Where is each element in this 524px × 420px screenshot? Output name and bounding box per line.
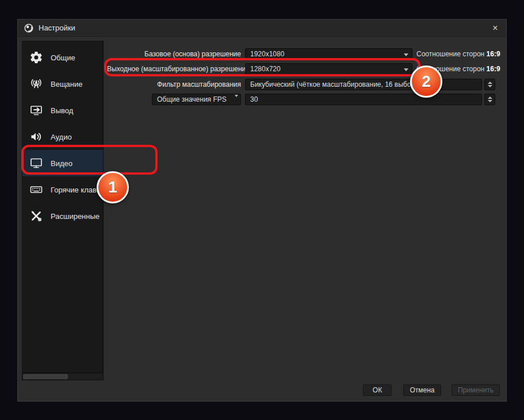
close-button[interactable]: × bbox=[490, 24, 500, 33]
scale-filter-dropdown[interactable]: Бикубический (чёткое масштабирование, 16… bbox=[245, 79, 482, 90]
highlight-box-video-tab bbox=[21, 145, 158, 175]
sidebar-item-advanced[interactable]: Расширенные bbox=[22, 203, 103, 229]
cancel-button[interactable]: Отмена bbox=[403, 384, 441, 396]
tools-icon bbox=[28, 207, 45, 225]
audio-icon bbox=[28, 128, 45, 145]
sidebar-item-label: Расширенные bbox=[51, 212, 100, 221]
ok-button[interactable]: ОК bbox=[363, 384, 392, 396]
spinner-up-icon bbox=[488, 97, 492, 99]
scrollbar-handle[interactable] bbox=[23, 374, 68, 379]
fps-type-dropdown[interactable]: Общие значения FPS bbox=[152, 94, 241, 105]
step-2-badge: 2 bbox=[410, 65, 442, 98]
sidebar: Общие Вещание bbox=[22, 41, 104, 373]
fps-value-spinner[interactable] bbox=[484, 94, 495, 105]
highlight-box-output-resolution bbox=[104, 58, 420, 76]
sidebar-item-label: Общие bbox=[51, 53, 75, 62]
sidebar-item-hotkeys[interactable]: Горячие клавиши bbox=[22, 176, 103, 203]
apply-button[interactable]: Применить bbox=[452, 384, 500, 396]
broadcast-icon bbox=[28, 75, 45, 93]
titlebar: Настройки × bbox=[18, 20, 506, 37]
gear-icon bbox=[28, 49, 45, 66]
sidebar-item-output[interactable]: Вывод bbox=[22, 97, 103, 124]
sidebar-item-stream[interactable]: Вещание bbox=[22, 71, 103, 97]
keyboard-icon bbox=[28, 181, 45, 198]
window-title: Настройки bbox=[39, 24, 75, 32]
obs-logo-icon bbox=[24, 23, 34, 33]
output-icon bbox=[28, 102, 45, 119]
sidebar-item-label: Вывод bbox=[51, 106, 73, 115]
sidebar-item-label: Аудио bbox=[51, 133, 72, 141]
spinner-icon bbox=[231, 96, 238, 105]
base-aspect-ratio: Соотношение сторон 16:9 bbox=[416, 48, 508, 60]
step-1-badge: 1 bbox=[97, 171, 129, 203]
spinner-up-icon bbox=[488, 82, 492, 84]
fps-value-dropdown[interactable]: 30 bbox=[245, 94, 482, 105]
spinner-down-icon bbox=[488, 100, 492, 102]
screenshot-stage: Настройки × Общие bbox=[0, 0, 524, 420]
scale-filter-spinner[interactable] bbox=[484, 79, 495, 90]
spinner-down-icon bbox=[488, 85, 492, 87]
chevron-down-icon bbox=[404, 53, 408, 56]
sidebar-item-general[interactable]: Общие bbox=[22, 44, 103, 71]
sidebar-item-label: Вещание bbox=[51, 80, 83, 88]
scale-filter-label: Фильтр масштабирования bbox=[107, 79, 241, 90]
sidebar-horizontal-scrollbar[interactable] bbox=[22, 373, 104, 380]
